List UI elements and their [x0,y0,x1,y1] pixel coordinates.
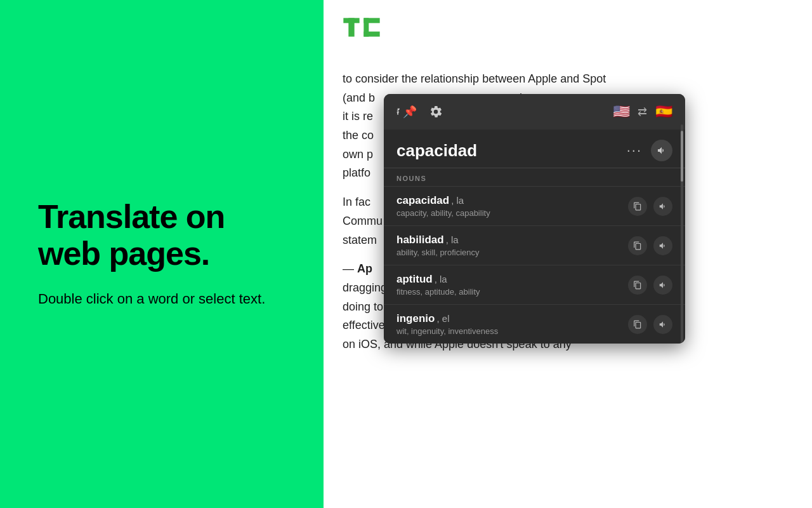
speaker-icon [657,145,667,156]
settings-button[interactable] [424,100,447,123]
trans-synonyms-2: fitness, aptitude, ability [396,287,628,297]
trans-synonyms-1: ability, skill, proficiency [396,248,628,257]
sound-button-3[interactable] [653,315,672,334]
translation-entry-1[interactable]: habilidad, la ability, skill, proficienc… [384,225,685,265]
popup-toolbar: 📌 🇺🇸 ⇄ 🇪🇸 [384,94,685,130]
techcrunch-logo-icon [343,13,393,44]
pin-button[interactable]: 📌 [394,100,417,123]
copy-icon [633,241,642,250]
trans-synonyms-3: wit, ingenuity, inventiveness [396,326,628,336]
trans-text-0: capacidad, la capacity, ability, capabil… [396,194,628,218]
trans-text-1: habilidad, la ability, skill, proficienc… [396,234,628,257]
swap-icon[interactable]: ⇄ [638,105,647,119]
headline: Translate on web pages. [38,199,285,271]
trans-main-3: ingenio, el [396,312,628,325]
sound-button-2[interactable] [653,276,672,295]
nouns-section-label: NOUNS [384,168,685,186]
popup-word: capacidad [396,141,627,161]
article-line-1: to consider the relationship between App… [343,70,774,89]
translation-entry-0[interactable]: capacidad, la capacity, ability, capabil… [384,186,685,225]
pin-icon [394,105,403,118]
svg-rect-4 [363,32,379,37]
copy-button-0[interactable] [628,197,647,216]
copy-button-1[interactable] [628,236,647,255]
bold-aptly: Ap [357,262,372,275]
copy-icon [633,320,642,329]
translation-entry-3[interactable]: ingenio, el wit, ingenuity, inventivenes… [384,304,685,344]
trans-icons-0 [628,197,672,216]
target-flag[interactable]: 🇪🇸 [652,100,675,123]
settings-icon [429,105,443,119]
more-options-button[interactable]: ··· [627,142,642,159]
popup-scrollbar-thumb [681,131,683,182]
word-actions: ··· [627,140,672,161]
trans-icons-1 [628,236,672,255]
trans-main-2: aptitud, la [396,273,628,286]
trans-main-0: capacidad, la [396,194,628,207]
sound-button-0[interactable] [653,197,672,216]
translate-popup: 📌 🇺🇸 ⇄ 🇪🇸 capacidad ··· [384,94,685,344]
svg-rect-1 [348,18,354,36]
right-panel: to consider the relationship between App… [324,0,812,508]
sound-button-1[interactable] [653,236,672,255]
trans-synonyms-0: capacity, ability, capability [396,208,628,218]
speaker-sm-icon [658,281,667,290]
tc-header [324,0,812,57]
popup-word-row: capacidad ··· [384,130,685,168]
popup-scrollbar[interactable] [681,124,683,344]
trans-text-2: aptitud, la fitness, aptitude, ability [396,273,628,297]
lang-flags: 🇺🇸 ⇄ 🇪🇸 [610,100,675,123]
trans-icons-2 [628,276,672,295]
translation-entries: capacidad, la capacity, ability, capabil… [384,186,685,344]
speaker-sm-icon [658,241,667,250]
subtext: Double click on a word or select text. [38,290,285,309]
word-sound-button[interactable] [651,140,672,161]
trans-text-3: ingenio, el wit, ingenuity, inventivenes… [396,312,628,336]
trans-main-1: habilidad, la [396,234,628,246]
translation-entry-2[interactable]: aptitud, la fitness, aptitude, ability [384,265,685,304]
copy-button-3[interactable] [628,315,647,334]
left-panel: Translate on web pages. Double click on … [0,0,324,508]
tc-logo [343,13,793,44]
speaker-sm-icon [658,202,667,211]
copy-button-2[interactable] [628,276,647,295]
copy-icon [633,202,642,211]
source-flag[interactable]: 🇺🇸 [610,100,632,123]
copy-icon [633,281,642,290]
trans-icons-3 [628,315,672,334]
speaker-sm-icon [658,320,667,329]
